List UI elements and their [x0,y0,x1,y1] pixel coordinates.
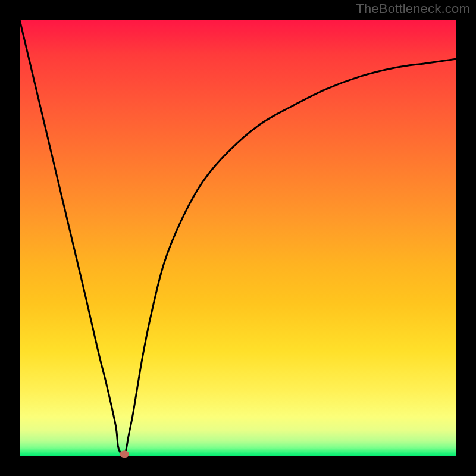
optimal-marker [120,450,129,458]
bottleneck-curve [20,20,456,457]
plot-area [20,20,456,456]
chart-frame: TheBottleneck.com [0,0,476,476]
watermark-text: TheBottleneck.com [356,1,470,17]
curve-layer [20,20,456,456]
